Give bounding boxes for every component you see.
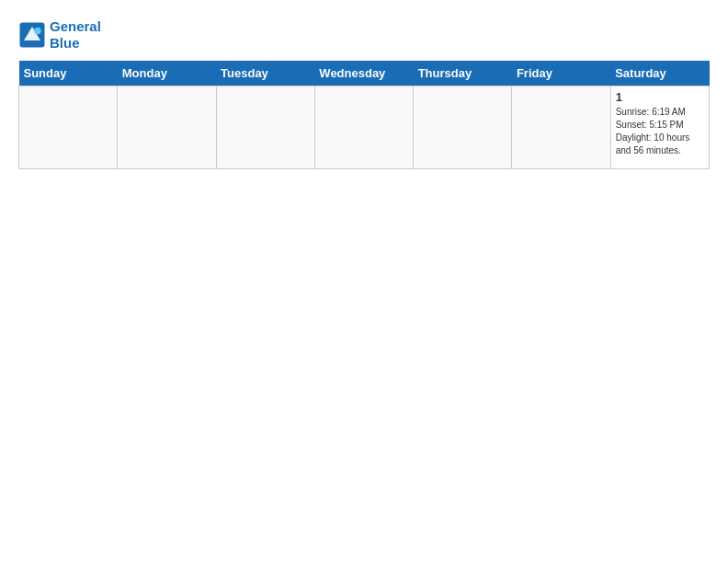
empty-cell <box>414 86 512 169</box>
empty-cell <box>512 86 610 169</box>
calendar-day-1: 1Sunrise: 6:19 AM Sunset: 5:15 PM Daylig… <box>610 86 709 169</box>
column-header-wednesday: Wednesday <box>314 61 413 86</box>
empty-cell <box>19 86 118 169</box>
column-header-monday: Monday <box>118 61 216 86</box>
header-row: SundayMondayTuesdayWednesdayThursdayFrid… <box>19 61 710 86</box>
column-header-sunday: Sunday <box>19 61 118 86</box>
svg-point-2 <box>34 28 41 35</box>
column-header-thursday: Thursday <box>414 61 512 86</box>
day-info: Sunrise: 6:19 AM Sunset: 5:15 PM Dayligh… <box>616 106 704 157</box>
page-header: General Blue <box>18 18 710 52</box>
calendar-week-0: 1Sunrise: 6:19 AM Sunset: 5:15 PM Daylig… <box>19 86 710 169</box>
column-header-saturday: Saturday <box>610 61 709 86</box>
day-number: 1 <box>616 90 704 104</box>
column-header-tuesday: Tuesday <box>216 61 314 86</box>
logo-text: General Blue <box>50 18 101 52</box>
calendar-table: SundayMondayTuesdayWednesdayThursdayFrid… <box>18 61 710 169</box>
empty-cell <box>314 86 413 169</box>
logo-icon <box>18 21 46 49</box>
column-header-friday: Friday <box>512 61 610 86</box>
empty-cell <box>118 86 216 169</box>
logo: General Blue <box>18 18 101 52</box>
empty-cell <box>216 86 314 169</box>
